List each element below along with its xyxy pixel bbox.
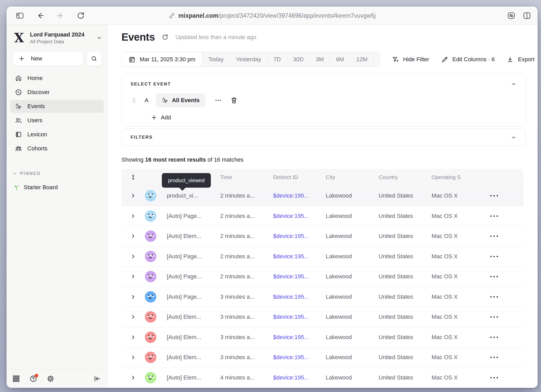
edit-columns-button[interactable]: Edit Columns · 6 [441, 56, 495, 63]
sidebar-item-discover[interactable]: Discover [10, 86, 104, 99]
pinned-section-header[interactable]: PINNED [12, 171, 102, 176]
chevron-up-icon[interactable] [511, 81, 517, 87]
sidebar-toggle-icon[interactable] [15, 11, 24, 20]
table-row[interactable]: [Auto] Elem... 3 minutes a... $device:19… [121, 307, 524, 327]
distinct-id-link[interactable]: $device:195... [273, 233, 326, 240]
table-row[interactable]: [Auto] Page... 2 minutes a... $device:19… [121, 247, 524, 267]
split-view-icon[interactable] [522, 11, 531, 20]
chevron-down-icon[interactable] [511, 134, 517, 140]
row-expand-icon[interactable] [130, 354, 136, 360]
users-icon [15, 117, 22, 124]
row-expand-icon[interactable] [130, 233, 136, 239]
header-distinct-id[interactable]: Distinct ID [273, 174, 326, 180]
project-subtitle: All Project Data [30, 39, 92, 45]
row-menu-button[interactable] [489, 315, 499, 319]
table-row[interactable]: [Auto] Elem... 4 minutes a... $device:19… [121, 368, 524, 388]
row-expand-icon[interactable] [130, 294, 136, 300]
distinct-id-link[interactable]: $device:195... [273, 293, 326, 300]
row-menu-button[interactable] [489, 255, 499, 258]
date-segment-30d[interactable]: 30D [287, 52, 310, 67]
header-time[interactable]: Time [220, 174, 273, 180]
calendar-icon [128, 56, 136, 63]
distinct-id-link[interactable]: $device:195... [273, 354, 326, 361]
distinct-id-link[interactable]: $device:195... [273, 192, 326, 199]
header-country[interactable]: Country [379, 174, 432, 180]
sidebar-item-events[interactable]: Events [10, 100, 104, 113]
drag-handle[interactable] [131, 97, 137, 104]
date-segment-6m[interactable]: 6M [330, 52, 350, 67]
city: Lakewood [326, 253, 379, 260]
row-expand-icon[interactable] [130, 213, 136, 219]
row-expand-icon[interactable] [130, 253, 136, 260]
row-menu-button[interactable] [489, 194, 499, 198]
distinct-id-link[interactable]: $device:195... [273, 213, 326, 219]
date-segment-3m[interactable]: 3M [310, 52, 330, 67]
page-settings-icon[interactable] [507, 11, 516, 20]
row-menu-button[interactable] [489, 356, 499, 359]
distinct-id-link[interactable]: $device:195... [273, 374, 326, 381]
date-segment-xtd[interactable]: XTD [373, 52, 380, 67]
pinned-item-label: Starter Board [24, 184, 58, 191]
help-icon[interactable] [29, 375, 37, 383]
distinct-id-link[interactable]: $device:195... [273, 273, 326, 280]
address-bar[interactable]: mixpanel.com/project/3472420/view/397469… [169, 7, 376, 25]
table-row[interactable]: [Auto] Page... 2 minutes a... $device:19… [121, 267, 524, 287]
filters-panel[interactable]: FILTERS [121, 128, 526, 146]
header-city[interactable]: City [326, 174, 379, 180]
reload-icon[interactable] [76, 11, 85, 20]
collapse-sidebar-icon[interactable] [93, 375, 101, 383]
event-more-button[interactable] [214, 96, 222, 104]
distinct-id-link[interactable]: $device:195... [273, 253, 326, 260]
row-menu-button[interactable] [489, 214, 499, 218]
table-row[interactable]: [Auto] Page... 3 minutes a... $device:19… [121, 287, 524, 307]
row-expand-icon[interactable] [130, 193, 136, 199]
avatar [145, 291, 156, 303]
all-events-chip[interactable]: All Events [156, 93, 205, 107]
date-segment-today[interactable]: Today [202, 52, 230, 67]
operating-system: Mac OS X [432, 213, 489, 219]
new-button[interactable]: New [12, 51, 83, 66]
search-button[interactable] [87, 51, 102, 66]
row-menu-button[interactable] [489, 376, 499, 379]
sidebar-item-starter-board[interactable]: Starter Board [12, 184, 102, 191]
sidebar-item-cohorts[interactable]: Cohorts [10, 142, 104, 155]
row-expand-icon[interactable] [130, 375, 136, 381]
collapse-rows-icon[interactable] [130, 174, 137, 181]
row-menu-button[interactable] [489, 234, 499, 238]
delete-event-button[interactable] [230, 97, 238, 104]
apps-grid-icon[interactable] [12, 375, 20, 383]
sidebar-item-users[interactable]: Users [10, 114, 104, 127]
hide-filter-button[interactable]: Hide Filter [392, 56, 429, 63]
table-row[interactable]: [Auto] Page... 2 minutes a... $device:19… [121, 206, 524, 226]
sidebar-item-lexicon[interactable]: Lexicon [10, 128, 104, 141]
distinct-id-link[interactable]: $device:195... [273, 334, 326, 341]
table-row[interactable]: [Auto] Elem... 2 minutes a... $device:19… [121, 226, 524, 247]
table-row[interactable]: [Auto] Elem... 3 minutes a... $device:19… [121, 347, 524, 368]
back-icon[interactable] [36, 11, 45, 20]
row-menu-button[interactable] [489, 295, 499, 299]
table-row[interactable]: [Auto] Elem... 3 minutes a... $device:19… [121, 327, 524, 348]
row-menu-button[interactable] [489, 275, 499, 278]
add-event-button[interactable]: Add [151, 114, 517, 121]
project-switcher[interactable]: X Lord Farquaad 2024 All Project Data [7, 25, 107, 45]
date-segment-12m[interactable]: 12M [350, 52, 373, 67]
avatar [145, 190, 156, 201]
distinct-id-link[interactable]: $device:195... [273, 314, 326, 320]
chevron-down-icon [12, 171, 17, 176]
sidebar-item-home[interactable]: Home [10, 72, 104, 85]
row-expand-icon[interactable] [130, 273, 136, 280]
export-button[interactable]: Export [507, 56, 534, 63]
date-segment-yesterday[interactable]: Yesterday [230, 52, 267, 67]
date-picker-button[interactable]: Mar 11, 2025 3:30 pm [121, 52, 202, 67]
row-expand-icon[interactable] [130, 334, 136, 340]
sidebar-item-label: Cohorts [27, 145, 47, 152]
header-os[interactable]: Operating S [432, 174, 489, 180]
forward-icon[interactable] [56, 11, 65, 20]
row-menu-button[interactable] [489, 335, 499, 339]
row-expand-icon[interactable] [130, 314, 136, 320]
pencil-icon [441, 56, 448, 63]
settings-gear-icon[interactable] [47, 375, 54, 383]
refresh-icon[interactable] [162, 34, 169, 41]
date-segment-7d[interactable]: 7D [267, 52, 287, 67]
sidebar-item-label: Home [27, 75, 43, 82]
